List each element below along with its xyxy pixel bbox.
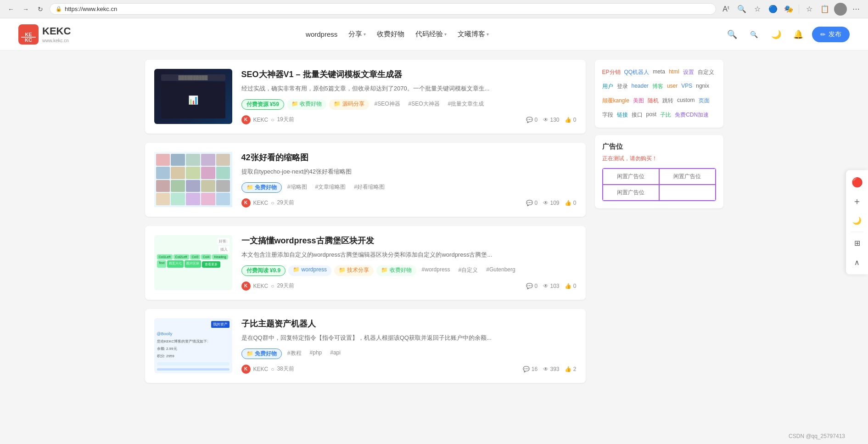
nav-code[interactable]: 代码经验 ▾ (415, 30, 447, 39)
tag-paid2-gutenberg[interactable]: 📁 收费好物 (376, 265, 416, 276)
article-title-robot[interactable]: 子比主题资产机器人 (241, 318, 577, 330)
sidebar-tag-qq-robot[interactable]: QQ机器人 (624, 67, 650, 78)
bookmark-button[interactable]: ☆ (751, 3, 764, 16)
sidebar-tag-jump[interactable]: 跳转 (662, 96, 673, 106)
tag-wp-gutenberg[interactable]: #wordpress (419, 265, 453, 276)
extension-button[interactable]: 🔵 (767, 3, 779, 16)
sidebar-tag-vps[interactable]: VPS (681, 81, 692, 92)
sidebar-tag-custom[interactable]: 自定义 (698, 67, 714, 78)
more-button[interactable]: ⋯ (850, 3, 862, 16)
nav-code-arrow: ▾ (444, 32, 447, 37)
sidebar-tag-page[interactable]: 页面 (699, 96, 710, 106)
sidebar-tag-ngnix[interactable]: ngnix (696, 81, 709, 92)
sidebar-tag-random[interactable]: 随机 (648, 96, 659, 106)
tag-thumbnail[interactable]: #缩略图 (285, 182, 310, 193)
nav-share[interactable]: 分享 ▾ (348, 30, 366, 39)
author-avatar-thumbs: K (241, 198, 251, 208)
sidebar-tag-kangle[interactable]: 颠覆kangle (602, 96, 629, 106)
tag-source-seo[interactable]: 📁 源码分享 (329, 99, 369, 110)
ad-cell-1[interactable]: 闲置广告位 (603, 169, 659, 185)
sidebar-tag-meta[interactable]: meta (653, 67, 665, 78)
float-notification-btn[interactable]: 🔴 (849, 174, 865, 190)
search-btn2[interactable]: 🔍 (746, 26, 762, 43)
author-avatar-robot: K (241, 365, 251, 374)
nav-blog[interactable]: 文曦博客 ▾ (458, 30, 489, 39)
tag-seo-master[interactable]: #SEO大神器 (406, 99, 442, 110)
author-name-gutenberg: KEKC (253, 283, 269, 289)
tag-free-thumbs[interactable]: 📁 免费好物 (241, 182, 282, 193)
search-icon-btn[interactable]: 🔍 (724, 26, 740, 43)
article-title-thumbs[interactable]: 42张好看的缩略图 (241, 152, 577, 163)
search-page-button[interactable]: 🔍 (735, 3, 748, 16)
nav-paid-label: 收费好物 (377, 30, 404, 39)
nav-share-arrow: ▾ (364, 32, 366, 37)
tag-batch-gen[interactable]: #批量文章生成 (445, 99, 487, 110)
collections-button[interactable]: 📋 (818, 3, 831, 16)
float-grid-btn[interactable]: ⊞ (849, 235, 865, 251)
sidebar-tag-ep[interactable]: EP分销 (602, 67, 621, 78)
tag-nice-thumb[interactable]: #好看缩略图 (351, 182, 387, 193)
favorites-button[interactable]: ☆ (803, 3, 816, 16)
view-stat-thumbs: 👁 109 (543, 200, 559, 206)
sidebar-tag-cdn[interactable]: 免费CDN加速 (675, 110, 709, 120)
ad-cell-3[interactable]: 闲置广告位 (603, 185, 659, 201)
tag-paid-goods-seo[interactable]: 📁 收费好物 (287, 99, 326, 110)
float-top-btn[interactable]: ∧ (849, 254, 865, 270)
translate-button[interactable]: Aᵗ (720, 3, 733, 16)
sidebar-tag-login[interactable]: 登录 (617, 81, 628, 92)
notifications-btn[interactable]: 🔔 (790, 26, 806, 43)
article-title-seo[interactable]: SEO大神器V1 – 批量关键词模板文章生成器 (241, 69, 577, 80)
tag-tutorial[interactable]: #教程 (285, 348, 304, 359)
article-thumbnail-seo: ██████████ 📊 (154, 69, 232, 124)
tag-wordpress-gutenberg[interactable]: 📁 wordpress (288, 265, 331, 276)
dark-mode-btn[interactable]: 🌙 (768, 26, 784, 43)
nav-wordpress[interactable]: wordpress (306, 30, 337, 38)
tag-tech-gutenberg[interactable]: 📁 技术分享 (334, 265, 374, 276)
reload-button[interactable]: ↻ (35, 4, 46, 15)
url-lock-icon: 🔒 (56, 6, 62, 12)
nav-paid[interactable]: 收费好物 (377, 30, 404, 39)
article-author-gutenberg: K KEKC ○ 29天前 (241, 281, 294, 291)
grid-icon: ⊞ (854, 239, 860, 247)
sidebar-tag-api2[interactable]: 接口 (632, 110, 643, 120)
sidebar-tag-post[interactable]: post (646, 110, 657, 120)
tag-paid-seo[interactable]: 付费资源 ¥59 (241, 99, 284, 110)
tag-free-robot[interactable]: 📁 免费好物 (241, 348, 282, 359)
profile-button[interactable] (834, 3, 847, 16)
author-dot-thumbs: ○ (271, 200, 274, 206)
sidebar-tag-beauty[interactable]: 美图 (633, 96, 644, 106)
sidebar-tag-blog[interactable]: 博客 (652, 81, 663, 92)
view-stat-seo: 👁 130 (543, 117, 559, 123)
tag-api[interactable]: #api (327, 348, 343, 359)
sidebar-tag-custom2[interactable]: custom (677, 96, 695, 106)
sidebar-tag-link[interactable]: 链接 (617, 110, 628, 120)
tag-seo-tool[interactable]: #SEO神器 (372, 99, 403, 110)
ad-cell-2[interactable]: 闲置广告位 (659, 169, 716, 185)
float-dark-btn[interactable]: 🌙 (849, 212, 865, 229)
sidebar-tag-user[interactable]: 用户 (602, 81, 613, 92)
article-stats-gutenberg: 💬 0 👁 103 👍 0 (526, 283, 576, 289)
publish-button[interactable]: ✏ 发布 (812, 27, 850, 42)
site-logo[interactable]: KE KC KEKC www.kekc.cn (18, 24, 71, 45)
tag-custom-gutenberg[interactable]: #自定义 (456, 265, 481, 276)
theme-button[interactable]: 🎭 (782, 3, 795, 16)
tag-gb-gutenberg[interactable]: #Gutenberg (483, 265, 518, 276)
article-thumbnail-thumbs (154, 152, 232, 207)
tag-paid-gutenberg[interactable]: 付费阅读 ¥9.9 (241, 265, 286, 276)
sidebar-tag-header[interactable]: header (632, 81, 649, 92)
tag-php[interactable]: #php (307, 348, 325, 359)
article-title-gutenberg[interactable]: 一文搞懂wordpress古腾堡区块开发 (241, 235, 577, 247)
back-button[interactable]: ← (6, 4, 17, 15)
sidebar-tag-settings[interactable]: 设置 (683, 67, 694, 78)
url-bar[interactable]: 🔒 https://www.kekc.cn (50, 3, 716, 15)
float-add-btn[interactable]: ＋ (849, 193, 865, 209)
ad-cell-4 (659, 185, 716, 201)
forward-button[interactable]: → (20, 4, 31, 15)
sidebar-tag-user2[interactable]: user (667, 81, 678, 92)
sidebar-tag-zibi[interactable]: 子比 (660, 110, 671, 120)
sidebar-tag-html[interactable]: html (669, 67, 679, 78)
sidebar-tag-field[interactable]: 字段 (602, 110, 613, 120)
tag-article-thumb[interactable]: #文章缩略图 (313, 182, 349, 193)
view-stat-gutenberg: 👁 103 (543, 283, 559, 289)
article-time-seo: 19天前 (277, 116, 294, 124)
